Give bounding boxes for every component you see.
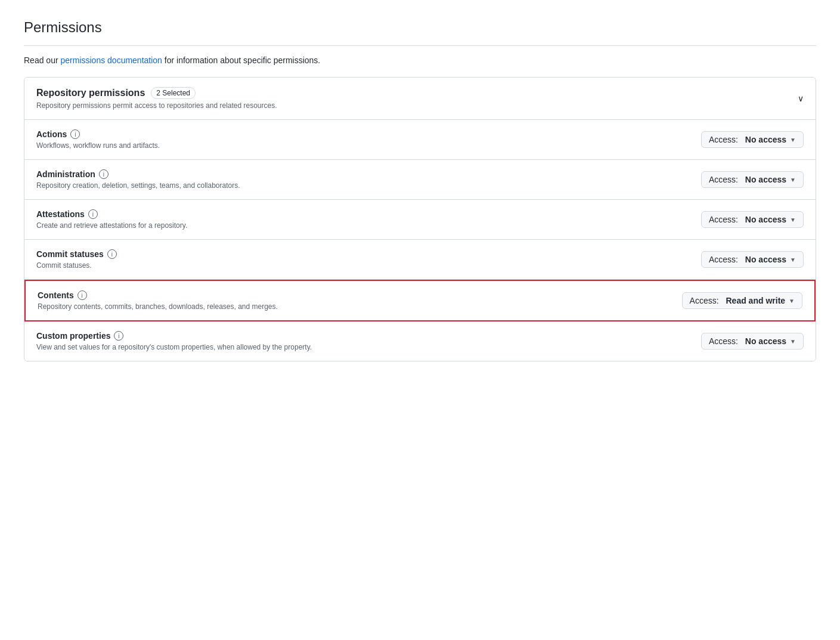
permission-info-actions: Actions i Workflows, workflow runs and a…: [36, 129, 160, 150]
permission-description-attestations: Create and retrieve attestations for a r…: [36, 221, 187, 230]
dropdown-arrow-custom-properties: ▼: [790, 338, 796, 345]
access-label-administration: Access:: [709, 175, 738, 184]
access-dropdown-custom-properties[interactable]: Access: No access▼: [701, 333, 804, 350]
permission-name-commit-statuses: Commit statuses: [36, 249, 104, 259]
permission-info-administration: Administration i Repository creation, de…: [36, 169, 240, 190]
title-divider: [24, 45, 816, 46]
permission-name-actions: Actions: [36, 129, 67, 139]
permission-name-row-administration: Administration i: [36, 169, 240, 179]
permission-name-row-attestations: Attestations i: [36, 209, 187, 219]
info-icon-contents[interactable]: i: [78, 290, 87, 300]
permission-row-commit-statuses: Commit statuses i Commit statuses. Acces…: [24, 240, 816, 280]
intro-after-link: for information about specific permissio…: [162, 55, 320, 65]
access-value-administration: No access: [745, 175, 786, 184]
permission-description-contents: Repository contents, commits, branches, …: [38, 302, 278, 311]
dropdown-arrow-actions: ▼: [790, 137, 796, 143]
permission-description-administration: Repository creation, deletion, settings,…: [36, 181, 240, 190]
info-icon-attestations[interactable]: i: [88, 209, 98, 219]
access-value-custom-properties: No access: [745, 336, 786, 346]
permissions-container: Repository permissions 2 Selected Reposi…: [24, 77, 816, 361]
access-value-commit-statuses: No access: [745, 255, 786, 264]
permission-info-commit-statuses: Commit statuses i Commit statuses.: [36, 249, 117, 270]
permission-description-actions: Workflows, workflow runs and artifacts.: [36, 141, 160, 150]
dropdown-arrow-attestations: ▼: [790, 217, 796, 223]
permission-description-custom-properties: View and set values for a repository's c…: [36, 343, 312, 351]
permissions-header-title-row: Repository permissions 2 Selected: [36, 87, 277, 99]
info-icon-commit-statuses[interactable]: i: [107, 249, 117, 259]
permissions-documentation-link[interactable]: permissions documentation: [60, 55, 162, 65]
intro-before-link: Read our: [24, 55, 60, 65]
info-icon-actions[interactable]: i: [70, 129, 80, 139]
access-dropdown-contents[interactable]: Access: Read and write▼: [682, 292, 802, 309]
permission-name-row-actions: Actions i: [36, 129, 160, 139]
permission-name-administration: Administration: [36, 169, 95, 179]
selected-badge: 2 Selected: [151, 87, 196, 99]
access-value-contents: Read and write: [726, 296, 786, 305]
permission-info-attestations: Attestations i Create and retrieve attes…: [36, 209, 187, 230]
permission-name-row-contents: Contents i: [38, 290, 278, 300]
permissions-section-title: Repository permissions: [36, 88, 145, 98]
permissions-header: Repository permissions 2 Selected Reposi…: [24, 78, 816, 120]
permission-info-custom-properties: Custom properties i View and set values …: [36, 331, 312, 351]
access-value-attestations: No access: [745, 215, 786, 224]
dropdown-arrow-contents: ▼: [789, 298, 795, 304]
access-dropdown-actions[interactable]: Access: No access▼: [701, 131, 804, 148]
access-dropdown-administration[interactable]: Access: No access▼: [701, 171, 804, 188]
access-label-commit-statuses: Access:: [709, 255, 738, 264]
permissions-header-left: Repository permissions 2 Selected Reposi…: [36, 87, 277, 110]
permission-name-row-custom-properties: Custom properties i: [36, 331, 312, 341]
permission-name-contents: Contents: [38, 290, 74, 300]
permission-row-administration: Administration i Repository creation, de…: [24, 160, 816, 200]
permission-name-custom-properties: Custom properties: [36, 331, 110, 341]
info-icon-custom-properties[interactable]: i: [114, 331, 123, 341]
dropdown-arrow-commit-statuses: ▼: [790, 256, 796, 263]
access-dropdown-attestations[interactable]: Access: No access▼: [701, 211, 804, 228]
chevron-down-icon[interactable]: ∨: [798, 94, 804, 103]
access-label-contents: Access:: [690, 296, 719, 305]
permission-row-contents: Contents i Repository contents, commits,…: [24, 280, 816, 321]
permissions-header-subtitle: Repository permissions permit access to …: [36, 101, 277, 110]
permission-info-contents: Contents i Repository contents, commits,…: [38, 290, 278, 311]
access-label-attestations: Access:: [709, 215, 738, 224]
access-label-actions: Access:: [709, 135, 738, 144]
permission-name-row-commit-statuses: Commit statuses i: [36, 249, 117, 259]
permission-name-attestations: Attestations: [36, 209, 85, 219]
access-value-actions: No access: [745, 135, 786, 144]
access-dropdown-commit-statuses[interactable]: Access: No access▼: [701, 251, 804, 268]
permission-row-actions: Actions i Workflows, workflow runs and a…: [24, 120, 816, 160]
permission-row-attestations: Attestations i Create and retrieve attes…: [24, 200, 816, 240]
permission-row-custom-properties: Custom properties i View and set values …: [24, 321, 816, 361]
intro-text: Read our permissions documentation for i…: [24, 55, 816, 65]
dropdown-arrow-administration: ▼: [790, 177, 796, 183]
access-label-custom-properties: Access:: [709, 336, 738, 346]
permission-description-commit-statuses: Commit statuses.: [36, 261, 117, 270]
info-icon-administration[interactable]: i: [99, 169, 109, 179]
page-title: Permissions: [24, 19, 816, 36]
